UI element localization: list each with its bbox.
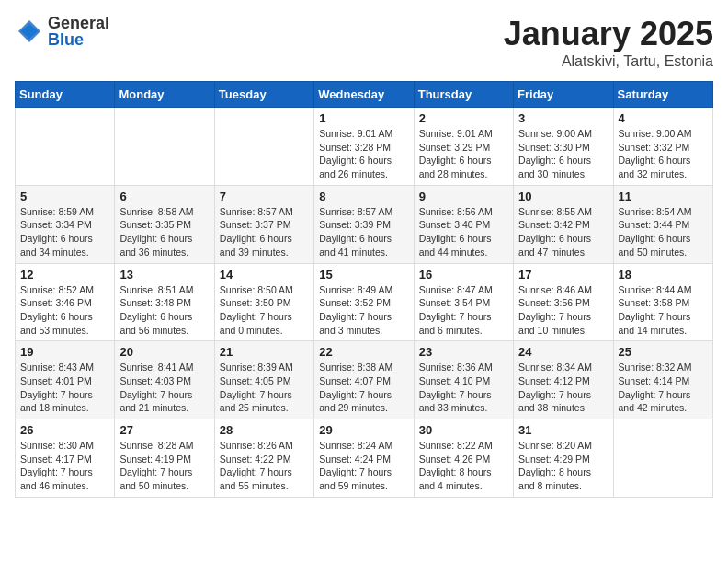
calendar-cell: 9Sunrise: 8:56 AM Sunset: 3:40 PM Daylig… — [414, 185, 513, 263]
calendar-cell: 14Sunrise: 8:50 AM Sunset: 3:50 PM Dayli… — [214, 263, 313, 341]
page-title: January 2025 — [504, 15, 713, 53]
calendar-cell: 8Sunrise: 8:57 AM Sunset: 3:39 PM Daylig… — [314, 185, 414, 263]
calendar-week-row: 19Sunrise: 8:43 AM Sunset: 4:01 PM Dayli… — [16, 341, 713, 419]
day-info: Sunrise: 8:57 AM Sunset: 3:37 PM Dayligh… — [220, 205, 309, 259]
column-header-monday: Monday — [115, 82, 214, 108]
calendar-cell: 27Sunrise: 8:28 AM Sunset: 4:19 PM Dayli… — [115, 419, 214, 498]
day-number: 5 — [20, 190, 109, 203]
day-info: Sunrise: 8:22 AM Sunset: 4:26 PM Dayligh… — [419, 439, 508, 493]
column-header-saturday: Saturday — [613, 82, 712, 108]
calendar-week-row: 26Sunrise: 8:30 AM Sunset: 4:17 PM Dayli… — [16, 419, 713, 498]
calendar-cell: 6Sunrise: 8:58 AM Sunset: 3:35 PM Daylig… — [115, 185, 214, 263]
calendar-cell: 31Sunrise: 8:20 AM Sunset: 4:29 PM Dayli… — [514, 419, 613, 498]
day-info: Sunrise: 8:56 AM Sunset: 3:40 PM Dayligh… — [419, 205, 508, 259]
day-info: Sunrise: 8:32 AM Sunset: 4:14 PM Dayligh… — [619, 361, 708, 415]
page-header: General Blue January 2025 Alatskivi, Tar… — [15, 15, 713, 70]
calendar-cell: 23Sunrise: 8:36 AM Sunset: 4:10 PM Dayli… — [414, 341, 513, 419]
calendar-cell: 24Sunrise: 8:34 AM Sunset: 4:12 PM Dayli… — [514, 341, 613, 419]
day-info: Sunrise: 8:24 AM Sunset: 4:24 PM Dayligh… — [319, 439, 408, 493]
day-info: Sunrise: 8:46 AM Sunset: 3:56 PM Dayligh… — [518, 283, 608, 338]
svg-marker-1 — [20, 24, 38, 39]
day-info: Sunrise: 8:30 AM Sunset: 4:17 PM Dayligh… — [20, 439, 109, 493]
day-number: 18 — [619, 268, 708, 282]
day-number: 1 — [319, 111, 408, 125]
calendar-cell: 16Sunrise: 8:47 AM Sunset: 3:54 PM Dayli… — [414, 263, 513, 341]
logo-blue: Blue — [48, 31, 109, 48]
day-number: 17 — [518, 268, 608, 282]
day-info: Sunrise: 8:54 AM Sunset: 3:44 PM Dayligh… — [619, 205, 708, 259]
day-number: 10 — [518, 190, 608, 203]
calendar-cell: 3Sunrise: 9:00 AM Sunset: 3:30 PM Daylig… — [514, 108, 613, 186]
day-info: Sunrise: 8:51 AM Sunset: 3:48 PM Dayligh… — [119, 283, 209, 338]
day-info: Sunrise: 8:36 AM Sunset: 4:10 PM Dayligh… — [419, 361, 508, 415]
calendar-cell: 13Sunrise: 8:51 AM Sunset: 3:48 PM Dayli… — [115, 263, 214, 341]
column-header-tuesday: Tuesday — [214, 82, 313, 108]
day-number: 20 — [119, 345, 209, 359]
calendar-week-row: 5Sunrise: 8:59 AM Sunset: 3:34 PM Daylig… — [16, 185, 713, 263]
day-info: Sunrise: 8:20 AM Sunset: 4:29 PM Dayligh… — [518, 439, 608, 493]
column-header-thursday: Thursday — [414, 82, 513, 108]
calendar-table: SundayMondayTuesdayWednesdayThursdayFrid… — [15, 81, 713, 498]
day-info: Sunrise: 9:01 AM Sunset: 3:28 PM Dayligh… — [319, 127, 408, 181]
day-number: 3 — [518, 111, 608, 125]
calendar-cell: 25Sunrise: 8:32 AM Sunset: 4:14 PM Dayli… — [613, 341, 712, 419]
day-info: Sunrise: 8:52 AM Sunset: 3:46 PM Dayligh… — [20, 283, 109, 338]
day-number: 8 — [319, 190, 408, 203]
day-number: 29 — [319, 423, 408, 437]
day-number: 23 — [419, 345, 508, 359]
calendar-cell — [16, 108, 115, 186]
day-info: Sunrise: 8:50 AM Sunset: 3:50 PM Dayligh… — [220, 283, 309, 338]
day-info: Sunrise: 8:38 AM Sunset: 4:07 PM Dayligh… — [319, 361, 408, 415]
calendar-cell: 11Sunrise: 8:54 AM Sunset: 3:44 PM Dayli… — [613, 185, 712, 263]
calendar-cell — [115, 108, 214, 186]
day-number: 14 — [220, 268, 309, 282]
column-header-wednesday: Wednesday — [314, 82, 414, 108]
day-number: 31 — [518, 423, 608, 437]
calendar-cell: 20Sunrise: 8:41 AM Sunset: 4:03 PM Dayli… — [115, 341, 214, 419]
logo-icon — [15, 17, 44, 46]
calendar-cell: 1Sunrise: 9:01 AM Sunset: 3:28 PM Daylig… — [314, 108, 414, 186]
column-header-friday: Friday — [514, 82, 613, 108]
day-info: Sunrise: 8:43 AM Sunset: 4:01 PM Dayligh… — [20, 361, 109, 415]
calendar-cell: 5Sunrise: 8:59 AM Sunset: 3:34 PM Daylig… — [16, 185, 115, 263]
day-info: Sunrise: 8:26 AM Sunset: 4:22 PM Dayligh… — [220, 439, 309, 493]
day-info: Sunrise: 8:58 AM Sunset: 3:35 PM Dayligh… — [119, 205, 209, 259]
title-block: January 2025 Alatskivi, Tartu, Estonia — [504, 15, 713, 70]
day-info: Sunrise: 8:55 AM Sunset: 3:42 PM Dayligh… — [518, 205, 608, 259]
calendar-cell: 12Sunrise: 8:52 AM Sunset: 3:46 PM Dayli… — [16, 263, 115, 341]
calendar-week-row: 12Sunrise: 8:52 AM Sunset: 3:46 PM Dayli… — [16, 263, 713, 341]
calendar-cell: 18Sunrise: 8:44 AM Sunset: 3:58 PM Dayli… — [613, 263, 712, 341]
day-info: Sunrise: 8:57 AM Sunset: 3:39 PM Dayligh… — [319, 205, 408, 259]
day-number: 24 — [518, 345, 608, 359]
day-number: 13 — [119, 268, 209, 282]
day-info: Sunrise: 8:34 AM Sunset: 4:12 PM Dayligh… — [518, 361, 608, 415]
page-subtitle: Alatskivi, Tartu, Estonia — [504, 53, 713, 70]
day-number: 15 — [319, 268, 408, 282]
day-number: 9 — [419, 190, 508, 203]
day-info: Sunrise: 8:41 AM Sunset: 4:03 PM Dayligh… — [119, 361, 209, 415]
day-number: 21 — [220, 345, 309, 359]
day-number: 22 — [319, 345, 408, 359]
calendar-cell: 29Sunrise: 8:24 AM Sunset: 4:24 PM Dayli… — [314, 419, 414, 498]
calendar-cell: 21Sunrise: 8:39 AM Sunset: 4:05 PM Dayli… — [214, 341, 313, 419]
day-number: 25 — [619, 345, 708, 359]
calendar-cell: 26Sunrise: 8:30 AM Sunset: 4:17 PM Dayli… — [16, 419, 115, 498]
calendar-cell: 17Sunrise: 8:46 AM Sunset: 3:56 PM Dayli… — [514, 263, 613, 341]
logo: General Blue — [15, 15, 109, 48]
calendar-cell: 4Sunrise: 9:00 AM Sunset: 3:32 PM Daylig… — [613, 108, 712, 186]
day-number: 11 — [619, 190, 708, 203]
day-number: 2 — [419, 111, 508, 125]
column-header-sunday: Sunday — [16, 82, 115, 108]
calendar-cell: 22Sunrise: 8:38 AM Sunset: 4:07 PM Dayli… — [314, 341, 414, 419]
logo-text: General Blue — [48, 15, 109, 48]
day-number: 26 — [20, 423, 109, 437]
calendar-header-row: SundayMondayTuesdayWednesdayThursdayFrid… — [16, 82, 713, 108]
calendar-cell — [613, 419, 712, 498]
day-info: Sunrise: 8:59 AM Sunset: 3:34 PM Dayligh… — [20, 205, 109, 259]
day-number: 4 — [619, 111, 708, 125]
calendar-cell — [214, 108, 313, 186]
calendar-cell: 7Sunrise: 8:57 AM Sunset: 3:37 PM Daylig… — [214, 185, 313, 263]
day-info: Sunrise: 9:00 AM Sunset: 3:32 PM Dayligh… — [619, 127, 708, 181]
calendar-cell: 2Sunrise: 9:01 AM Sunset: 3:29 PM Daylig… — [414, 108, 513, 186]
day-number: 19 — [20, 345, 109, 359]
